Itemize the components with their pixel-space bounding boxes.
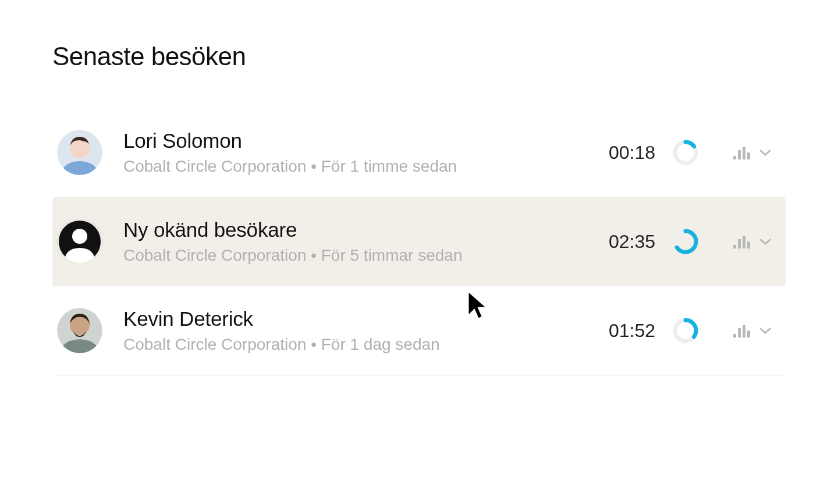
svg-rect-6 [733, 156, 736, 159]
svg-rect-9 [747, 152, 750, 159]
recent-visits-list: Lori Solomon Cobalt Circle Corporation •… [52, 108, 786, 375]
progress-donut-icon [672, 228, 699, 255]
bars-icon [732, 233, 752, 250]
visitor-name: Lori Solomon [123, 129, 591, 152]
svg-rect-17 [738, 239, 741, 249]
visitor-meta: Cobalt Circle Corporation • För 5 timmar… [123, 246, 591, 265]
chevron-down-icon [759, 148, 772, 157]
svg-point-12 [72, 229, 87, 244]
visit-row[interactable]: Kevin Deterick Cobalt Circle Corporation… [52, 286, 786, 375]
visitor-name: Kevin Deterick [123, 307, 591, 331]
row-actions[interactable] [732, 322, 772, 339]
svg-rect-27 [738, 328, 741, 338]
chevron-down-icon [759, 326, 772, 335]
svg-rect-8 [743, 147, 745, 159]
visit-text: Kevin Deterick Cobalt Circle Corporation… [123, 307, 591, 354]
visitor-meta: Cobalt Circle Corporation • För 1 dag se… [123, 335, 591, 354]
bars-icon [732, 144, 752, 161]
visit-row[interactable]: Lori Solomon Cobalt Circle Corporation •… [52, 108, 786, 197]
progress-donut-icon [672, 139, 699, 166]
avatar [57, 308, 102, 353]
svg-rect-19 [747, 242, 750, 249]
visit-text: Lori Solomon Cobalt Circle Corporation •… [123, 129, 591, 176]
visit-row[interactable]: Ny okänd besökare Cobalt Circle Corporat… [52, 197, 786, 286]
svg-rect-26 [733, 334, 736, 338]
visit-duration: 00:18 [591, 142, 655, 164]
avatar [57, 219, 102, 264]
row-actions[interactable] [732, 144, 772, 161]
svg-rect-18 [743, 236, 745, 249]
visitor-name: Ny okänd besökare [123, 218, 591, 242]
visit-duration: 01:52 [591, 320, 655, 342]
visit-duration: 02:35 [591, 231, 655, 253]
svg-rect-29 [747, 331, 750, 338]
svg-rect-28 [743, 325, 745, 338]
row-actions[interactable] [732, 233, 772, 250]
svg-rect-7 [738, 150, 741, 159]
svg-rect-16 [733, 245, 736, 249]
visitor-meta: Cobalt Circle Corporation • För 1 timme … [123, 157, 591, 176]
bars-icon [732, 322, 752, 339]
chevron-down-icon [759, 237, 772, 246]
progress-donut-icon [672, 317, 699, 345]
avatar [57, 130, 102, 175]
page-title: Senaste besöken [52, 42, 786, 71]
visit-text: Ny okänd besökare Cobalt Circle Corporat… [123, 218, 591, 265]
